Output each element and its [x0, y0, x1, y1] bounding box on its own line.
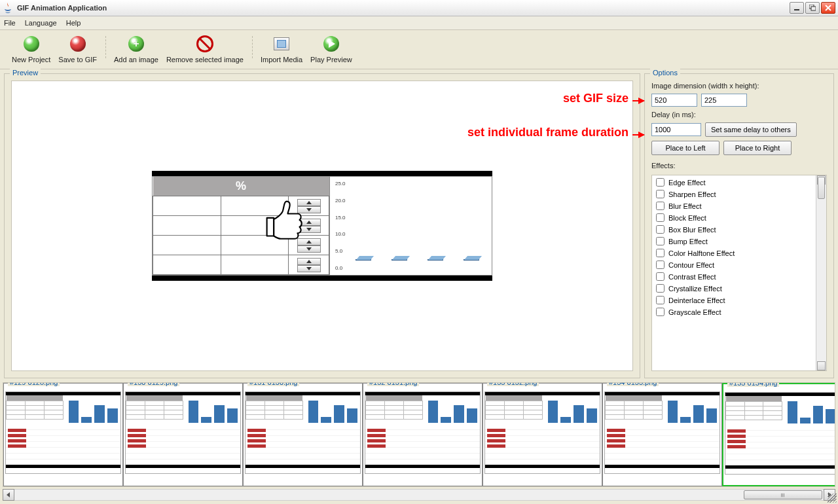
axis-tick: 25.0	[335, 181, 346, 187]
effect-item[interactable]: Box Blur Effect	[653, 225, 814, 234]
media-icon	[274, 37, 289, 50]
frame-label: #129 0128.png	[8, 382, 60, 386]
timeline-scrollbar[interactable]	[3, 489, 835, 501]
minimize-button[interactable]	[790, 2, 804, 14]
plus-icon	[128, 36, 144, 52]
table-header: %	[153, 177, 329, 196]
effect-label: Block Effect	[668, 214, 706, 222]
effect-item[interactable]: Sharpen Effect	[653, 190, 814, 198]
effects-listbox: Edge EffectSharpen EffectBlur EffectBloc…	[651, 175, 827, 371]
effect-label: Contrast Effect	[668, 273, 716, 281]
axis-tick: 20.0	[335, 198, 346, 204]
new-project-button[interactable]: New Project	[8, 34, 54, 63]
menu-language[interactable]: Language	[25, 19, 57, 27]
effect-checkbox[interactable]	[656, 190, 665, 198]
add-image-button[interactable]: Add an image	[110, 34, 162, 63]
effect-item[interactable]: Bump Effect	[653, 237, 814, 245]
preview-chart: 25.020.015.010.05.00.0	[329, 177, 492, 276]
green-ball-icon	[24, 36, 39, 52]
effect-item[interactable]: Contrast Effect	[653, 272, 814, 281]
effects-label: Effects:	[651, 162, 827, 170]
play-icon	[323, 36, 339, 52]
timeline-frame[interactable]: #131 0130.png	[243, 383, 363, 486]
effect-checkbox[interactable]	[656, 296, 665, 304]
close-button[interactable]	[821, 2, 835, 14]
chart-bar	[428, 259, 443, 261]
place-right-button[interactable]: Place to Right	[723, 141, 792, 155]
effect-checkbox[interactable]	[656, 284, 665, 293]
effect-checkbox[interactable]	[656, 213, 665, 222]
frame-label: #130 0129.png	[128, 382, 179, 386]
thumbs-up-icon	[260, 197, 304, 249]
effect-label: Bump Effect	[668, 238, 708, 245]
effect-label: Deinterlace Effect	[668, 297, 725, 304]
effect-label: Sharpen Effect	[668, 190, 716, 198]
effect-checkbox[interactable]	[656, 178, 665, 187]
effect-item[interactable]: Crystallize Effect	[653, 284, 814, 293]
spinner-up[interactable]	[297, 258, 321, 265]
effect-checkbox[interactable]	[656, 272, 665, 281]
titlebar: GIF Animation Application	[0, 0, 838, 16]
preview-panel: Preview % 25.020.015.010.	[4, 73, 640, 378]
effect-checkbox[interactable]	[656, 225, 665, 234]
axis-tick: 15.0	[335, 215, 346, 221]
timeline[interactable]: #129 0128.png#130 0129.png#131 0130.png#…	[3, 382, 835, 487]
options-legend: Options	[650, 69, 680, 77]
place-left-button[interactable]: Place to Left	[651, 141, 720, 155]
java-icon	[3, 3, 13, 13]
timeline-frame[interactable]: #133 0132.png	[483, 383, 602, 486]
toolbar: New Project Save to GIF Add an image Rem…	[0, 30, 838, 69]
chart-bar	[392, 259, 407, 261]
effect-checkbox[interactable]	[656, 261, 665, 269]
axis-tick: 5.0	[335, 248, 346, 254]
width-input[interactable]	[651, 94, 697, 107]
effect-item[interactable]: Edge Effect	[653, 178, 814, 187]
timeline-frame[interactable]: #134 0133.png	[602, 383, 722, 486]
preview-canvas: % 25.020.015.010.05.00.0	[11, 81, 633, 371]
maximize-button[interactable]	[805, 2, 820, 14]
effect-checkbox[interactable]	[656, 202, 665, 210]
effect-label: Contour Effect	[668, 261, 714, 269]
scroll-thumb[interactable]	[744, 490, 822, 499]
effect-item[interactable]: Contour Effect	[653, 261, 814, 269]
timeline-frame[interactable]: #135 0134.png	[722, 383, 835, 486]
effect-label: Grayscale Effect	[668, 308, 721, 316]
timeline-frame[interactable]: #129 0128.png	[3, 383, 123, 486]
timeline-frame[interactable]: #132 0131.png	[363, 383, 483, 486]
height-input[interactable]	[701, 94, 747, 107]
spinner-down[interactable]	[297, 265, 321, 272]
red-ball-icon	[70, 36, 86, 52]
options-panel: Options Image dimension (width x height)…	[644, 73, 834, 378]
axis-tick: 0.0	[335, 265, 346, 271]
effect-item[interactable]: Blur Effect	[653, 202, 814, 210]
letterbox-bar	[152, 276, 492, 281]
menu-file[interactable]: File	[4, 19, 16, 27]
svg-rect-2	[811, 7, 816, 10]
same-delay-button[interactable]: Set same delay to others	[705, 122, 797, 137]
effect-item[interactable]: Grayscale Effect	[653, 308, 814, 316]
effect-item[interactable]: Color Halftone Effect	[653, 249, 814, 257]
effect-item[interactable]: Deinterlace Effect	[653, 296, 814, 304]
scroll-left-button[interactable]	[3, 489, 14, 501]
save-gif-button[interactable]: Save to GIF	[54, 34, 101, 63]
menubar: File Language Help	[0, 16, 838, 30]
menu-help[interactable]: Help	[66, 19, 81, 27]
delay-label: Delay (in ms):	[651, 111, 827, 118]
effect-checkbox[interactable]	[656, 237, 665, 245]
preview-legend: Preview	[10, 69, 41, 77]
resize-grip[interactable]	[828, 494, 837, 503]
effect-label: Blur Effect	[668, 202, 702, 210]
import-media-button[interactable]: Import Media	[257, 34, 306, 63]
axis-tick: 10.0	[335, 231, 346, 237]
effect-checkbox[interactable]	[656, 308, 665, 316]
timeline-frame[interactable]: #130 0129.png	[123, 383, 243, 486]
effects-scrollbar[interactable]	[816, 175, 826, 370]
remove-image-button[interactable]: Remove selected image	[162, 34, 247, 63]
effect-checkbox[interactable]	[656, 249, 665, 257]
no-entry-icon	[196, 35, 213, 52]
window-title: GIF Animation Application	[17, 4, 107, 12]
effect-item[interactable]: Block Effect	[653, 213, 814, 222]
delay-input[interactable]	[651, 123, 701, 136]
play-preview-button[interactable]: Play Preview	[306, 34, 356, 63]
frame-label: #131 0130.png	[247, 382, 299, 386]
